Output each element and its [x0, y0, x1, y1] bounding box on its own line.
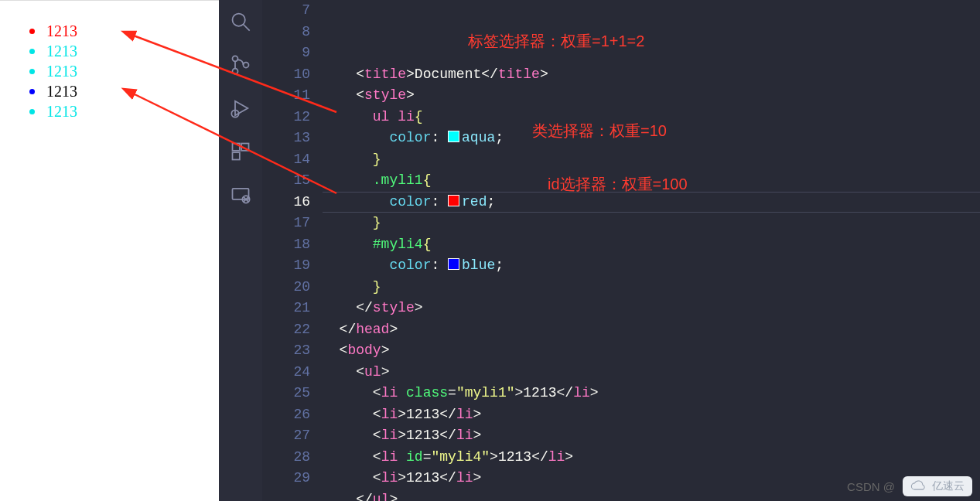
code-line[interactable]: }: [323, 277, 980, 298]
code-line[interactable]: <li>1213</li>: [323, 404, 980, 426]
cloud-icon: [910, 480, 927, 492]
line-number: 27: [262, 425, 310, 447]
line-number: 11: [262, 85, 310, 107]
svg-point-2: [233, 56, 238, 61]
svg-rect-8: [241, 144, 248, 151]
run-debug-icon[interactable]: [230, 97, 251, 119]
line-number: 18: [262, 234, 310, 256]
code-line[interactable]: <body>: [323, 340, 980, 362]
line-number: 14: [262, 149, 310, 171]
line-number: 8: [262, 22, 310, 43]
line-number: 16: [262, 192, 310, 213]
watermark: CSDN @ 亿速云: [847, 476, 972, 496]
list-item: 1213: [22, 21, 219, 41]
svg-line-1: [244, 25, 250, 31]
code-area[interactable]: <title>Document</title> <style> ul li{ c…: [323, 0, 980, 501]
line-number: 28: [262, 447, 310, 469]
svg-rect-10: [233, 189, 249, 199]
code-line[interactable]: </style>: [323, 298, 980, 319]
svg-rect-7: [233, 144, 240, 151]
svg-point-0: [233, 14, 245, 26]
line-number: 10: [262, 64, 310, 86]
remote-icon[interactable]: [230, 184, 251, 206]
code-line[interactable]: ul li{: [323, 107, 980, 128]
code-line[interactable]: <li>1213</li>: [323, 425, 980, 447]
code-line[interactable]: }: [323, 213, 980, 234]
line-number: 7: [262, 0, 310, 22]
line-number: 9: [262, 43, 310, 64]
list-item: 1213: [22, 61, 219, 81]
code-line[interactable]: color: red;: [323, 192, 980, 213]
line-number: 23: [262, 340, 310, 362]
line-number: 21: [262, 298, 310, 319]
code-line[interactable]: }: [323, 149, 980, 171]
code-line[interactable]: </head>: [323, 319, 980, 341]
watermark-csdn: CSDN @: [847, 480, 895, 493]
code-line[interactable]: <li class="myli1">1213</li>: [323, 383, 980, 404]
code-line[interactable]: #myli4{: [323, 234, 980, 256]
line-number: 24: [262, 362, 310, 383]
code-line[interactable]: .myli1{: [323, 170, 980, 192]
code-line[interactable]: <title>Document</title>: [323, 64, 980, 86]
search-icon[interactable]: [230, 11, 251, 32]
code-line[interactable]: color: blue;: [323, 255, 980, 277]
svg-point-4: [244, 63, 249, 68]
browser-preview: 1213 1213 1213 1213 1213: [0, 0, 219, 501]
code-editor[interactable]: 7891011121314151617181920212223242526272…: [262, 0, 980, 501]
extensions-icon[interactable]: [230, 141, 251, 162]
line-number: 13: [262, 128, 310, 149]
svg-marker-5: [235, 101, 248, 116]
line-gutter: 7891011121314151617181920212223242526272…: [262, 0, 323, 501]
svg-rect-9: [233, 152, 240, 159]
list-item: 1213: [22, 41, 219, 61]
code-line[interactable]: <ul>: [323, 362, 980, 383]
watermark-brand-badge: 亿速云: [903, 476, 972, 496]
activity-bar: [219, 0, 262, 501]
svg-point-3: [233, 69, 238, 74]
code-line[interactable]: color: aqua;: [323, 128, 980, 149]
source-control-icon[interactable]: [230, 54, 251, 76]
code-line[interactable]: <li id="myli4">1213</li>: [323, 447, 980, 469]
line-number: 22: [262, 319, 310, 341]
list-item: 1213: [22, 81, 219, 101]
line-number: 26: [262, 404, 310, 426]
line-number: 20: [262, 277, 310, 298]
code-line[interactable]: <style>: [323, 85, 980, 107]
list-item: 1213: [22, 101, 219, 121]
line-number: 17: [262, 213, 310, 234]
line-number: 25: [262, 383, 310, 404]
line-number: 19: [262, 255, 310, 277]
line-number: 12: [262, 107, 310, 128]
line-number: 15: [262, 170, 310, 192]
preview-list: 1213 1213 1213 1213 1213: [0, 21, 219, 121]
line-number: 29: [262, 468, 310, 489]
